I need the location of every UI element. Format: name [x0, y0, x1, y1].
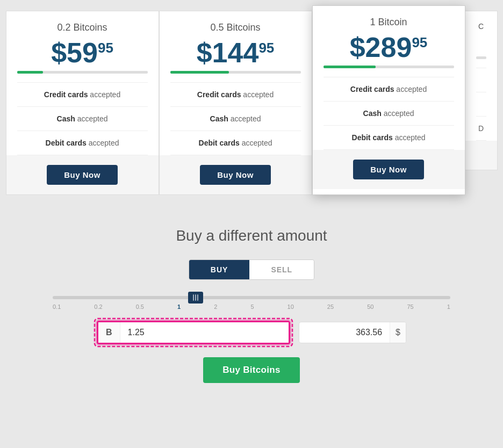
cards-container: 0.2 Bitcoins $5995 Credit cards accepted…	[0, 11, 503, 195]
buy-sell-toggle: BUY SELL	[189, 259, 314, 280]
bitcoin-input-glow-wrapper: B	[97, 321, 290, 344]
slider-label-100: 1	[447, 304, 450, 310]
progress-bar-1	[324, 66, 454, 68]
custom-amount-section: Buy a different amount BUY SELL 0.1 0.2 …	[0, 211, 503, 404]
card-title-05: 0.5 Bitcoins	[170, 22, 301, 33]
usd-input-wrapper: 363.56 $	[299, 322, 406, 343]
pricing-section: 0.2 Bitcoins $5995 Credit cards accepted…	[0, 0, 503, 211]
slider-thumb[interactable]	[188, 292, 203, 304]
progress-fill-05	[170, 71, 229, 74]
feature-credit-1: Credit cards accepted	[324, 77, 454, 102]
feature-credit-02: Credit cards accepted	[17, 83, 148, 107]
buy-toggle-button[interactable]: BUY	[189, 260, 250, 279]
slider-label-10: 10	[288, 304, 294, 310]
feature-debit-05: Debit cards accepted	[170, 131, 301, 155]
progress-fill-1	[324, 66, 376, 68]
card-footer-02: Buy Now	[6, 155, 159, 194]
slider-thumb-line-1	[193, 294, 194, 301]
card-title-02: 0.2 Bitcoins	[17, 22, 148, 33]
slider-thumb-line-3	[197, 294, 198, 301]
partial-feature-2	[476, 92, 486, 117]
feature-cash-1: Cash accepted	[324, 102, 454, 126]
partial-features: D	[476, 68, 486, 141]
slider-track[interactable]	[53, 296, 450, 299]
pricing-card-05: 0.5 Bitcoins $14495 Credit cards accepte…	[159, 11, 312, 195]
feature-debit-1: Debit cards accepted	[324, 126, 454, 150]
pricing-card-partial: C D	[465, 11, 498, 170]
slider-label-2: 2	[214, 304, 217, 310]
slider-label-5: 5	[250, 304, 254, 310]
slider-label-1: 1	[177, 304, 181, 310]
usd-suffix: $	[390, 322, 406, 343]
slider-label-01: 0.1	[53, 304, 61, 310]
partial-feature-3: D	[476, 117, 486, 141]
feature-debit-02: Debit cards accepted	[17, 131, 148, 155]
sell-toggle-button[interactable]: SELL	[249, 260, 314, 279]
progress-bar-02	[17, 71, 148, 74]
slider-label-02: 0.2	[94, 304, 102, 310]
card-price-02: $5995	[17, 39, 148, 67]
progress-bar-05	[170, 71, 301, 74]
feature-cash-05: Cash accepted	[170, 107, 301, 131]
partial-card-price	[476, 36, 486, 52]
feature-credit-05: Credit cards accepted	[170, 83, 301, 107]
card-price-1: $28995	[324, 33, 454, 61]
progress-fill-02	[17, 71, 44, 74]
buy-now-button-05[interactable]: Buy Now	[200, 165, 271, 185]
buy-now-button-1[interactable]: Buy Now	[353, 160, 424, 179]
card-features-02: Credit cards accepted Cash accepted Debi…	[17, 82, 148, 155]
card-features-05: Credit cards accepted Cash accepted Debi…	[170, 82, 301, 155]
slider-thumb-line-2	[195, 294, 196, 301]
partial-progress	[476, 56, 486, 59]
usd-amount-display: 363.56	[299, 322, 390, 343]
buy-bitcoins-button[interactable]: Buy Bitcoins	[203, 357, 300, 383]
pricing-card-1: 1 Bitcoin $28995 Credit cards accepted C…	[312, 5, 465, 195]
partial-feature-1	[476, 68, 486, 92]
partial-footer	[465, 141, 497, 170]
bitcoin-input-wrapper: B	[97, 321, 290, 344]
slider-container: 0.1 0.2 0.5 1 2 5 10 25 50 75 1	[42, 296, 461, 310]
card-footer-1: Buy Now	[313, 150, 465, 189]
feature-cash-02: Cash accepted	[17, 107, 148, 131]
pricing-card-02: 0.2 Bitcoins $5995 Credit cards accepted…	[6, 11, 159, 195]
card-footer-05: Buy Now	[160, 155, 312, 194]
buy-now-button-02[interactable]: Buy Now	[47, 165, 118, 185]
slider-label-25: 25	[327, 304, 334, 310]
card-features-1: Credit cards accepted Cash accepted Debi…	[324, 77, 454, 150]
bitcoin-amount-input[interactable]	[120, 322, 289, 343]
card-title-1: 1 Bitcoin	[324, 17, 454, 28]
slider-labels: 0.1 0.2 0.5 1 2 5 10 25 50 75 1	[53, 304, 450, 310]
slider-label-50: 50	[367, 304, 373, 310]
slider-label-75: 75	[407, 304, 413, 310]
card-price-05: $14495	[170, 39, 301, 67]
section-title: Buy a different amount	[11, 227, 492, 244]
slider-label-05: 0.5	[136, 304, 144, 310]
partial-card-title: C	[476, 22, 486, 31]
input-area: B 363.56 $	[42, 321, 461, 344]
bitcoin-prefix: B	[98, 322, 120, 343]
